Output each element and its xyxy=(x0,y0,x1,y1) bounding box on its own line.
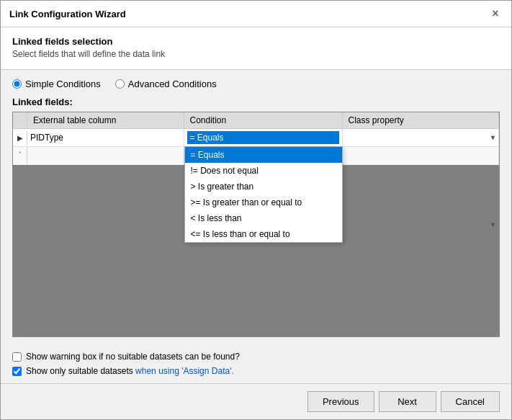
ext-column-value: PIDType xyxy=(30,133,181,143)
class-dropdown-arrow-icon: ▼ xyxy=(490,134,496,141)
simple-conditions-option[interactable]: Simple Conditions xyxy=(12,79,101,89)
simple-conditions-label: Simple Conditions xyxy=(25,79,101,89)
dropdown-item-notequal[interactable]: != Does not equal xyxy=(185,163,342,179)
condition-dropdown: = Equals != Does not equal > Is greater … xyxy=(184,146,343,243)
simple-conditions-radio[interactable] xyxy=(12,79,22,89)
new-ext-dropdown-arrow-icon: ▼ xyxy=(490,221,496,228)
header-section: Linked fields selection Select fields th… xyxy=(1,27,511,70)
dropdown-item-less[interactable]: < Is less than xyxy=(185,210,342,226)
dropdown-item-lessequal[interactable]: <= Is less than or equal to xyxy=(185,226,342,242)
new-row-dot: * xyxy=(13,147,27,164)
warning-box-checkbox[interactable] xyxy=(12,352,22,362)
table-row: ▶ PIDType ▼ = Equals = Equals != Does no… xyxy=(13,129,499,147)
new-row-ext-cell[interactable]: ▼ xyxy=(27,147,184,164)
suitable-datasets-label-highlight: when using 'Assign Data'. xyxy=(135,366,234,376)
header-subtitle: Select fields that will define the data … xyxy=(12,49,500,59)
suitable-datasets-checkbox[interactable] xyxy=(12,367,22,376)
advanced-conditions-option[interactable]: Advanced Conditions xyxy=(115,79,217,89)
dialog-title: Link Configuration Wizard xyxy=(9,9,126,19)
suitable-datasets-label[interactable]: Show only suitable datasets when using '… xyxy=(26,366,234,376)
row-ext-cell[interactable]: PIDType ▼ xyxy=(27,129,184,146)
suitable-datasets-label-pre: Show only suitable datasets xyxy=(26,366,133,376)
dropdown-item-equals[interactable]: = Equals xyxy=(185,147,342,163)
dropdown-item-greater[interactable]: > Is greater than xyxy=(185,179,342,195)
footer-buttons: Previous Next Cancel xyxy=(1,383,511,419)
table-header-row: External table column Condition Class pr… xyxy=(13,112,499,129)
th-arrow xyxy=(13,112,27,128)
row-condition-cell[interactable]: = Equals = Equals != Does not equal > Is… xyxy=(184,129,343,146)
header-title: Linked fields selection xyxy=(12,36,500,47)
checkbox-row-1: Show warning box if no suitable datasets… xyxy=(12,352,500,362)
checkbox-row-2: Show only suitable datasets when using '… xyxy=(12,366,500,376)
new-row-class-cell[interactable]: ▼ xyxy=(343,147,500,164)
th-condition: Condition xyxy=(184,112,343,128)
main-content: Simple Conditions Advanced Conditions Li… xyxy=(1,70,511,346)
th-external-column: External table column xyxy=(27,112,184,128)
advanced-conditions-label: Advanced Conditions xyxy=(128,79,217,89)
dropdown-item-greaterequal[interactable]: >= Is greater than or equal to xyxy=(185,195,342,210)
next-button[interactable]: Next xyxy=(379,391,436,412)
condition-value: = Equals xyxy=(187,131,339,144)
row-arrow-icon: ▶ xyxy=(13,131,27,145)
linked-fields-table: External table column Condition Class pr… xyxy=(12,112,500,337)
title-bar: Link Configuration Wizard × xyxy=(1,1,511,27)
close-button[interactable]: × xyxy=(488,6,503,21)
advanced-conditions-radio[interactable] xyxy=(115,79,125,89)
cancel-button[interactable]: Cancel xyxy=(441,391,500,412)
dialog-window: Link Configuration Wizard × Linked field… xyxy=(0,0,512,420)
footer-checkboxes: Show warning box if no suitable datasets… xyxy=(1,346,511,383)
warning-box-label[interactable]: Show warning box if no suitable datasets… xyxy=(26,352,240,362)
linked-fields-label: Linked fields: xyxy=(12,97,500,107)
previous-button[interactable]: Previous xyxy=(307,391,374,412)
row-class-cell[interactable]: ▼ xyxy=(343,129,500,146)
conditions-radio-group: Simple Conditions Advanced Conditions xyxy=(12,79,500,89)
th-class-property: Class property xyxy=(343,112,500,128)
new-class-dropdown-arrow-icon: ▼ xyxy=(490,221,496,228)
